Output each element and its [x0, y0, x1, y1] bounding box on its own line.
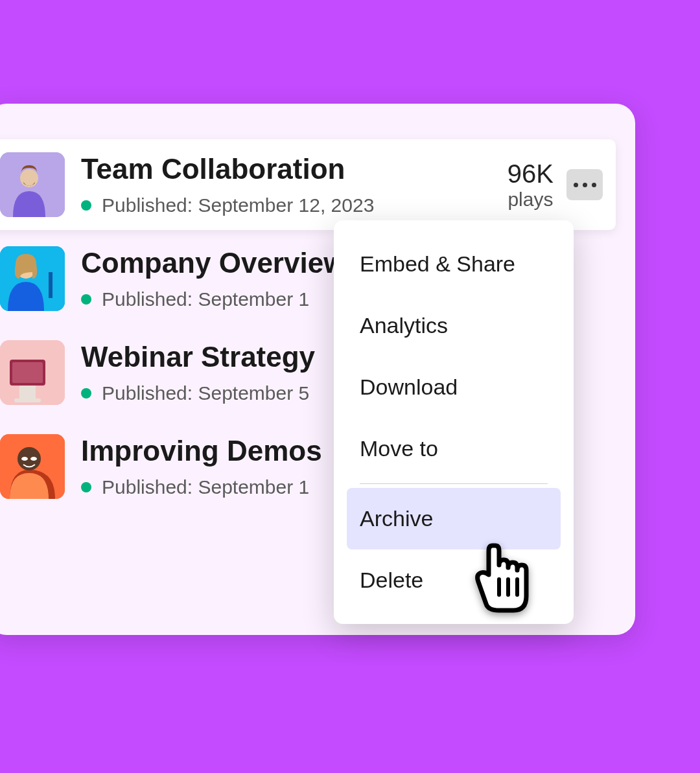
- video-thumbnail: [0, 152, 65, 217]
- menu-item-analytics[interactable]: Analytics: [347, 295, 561, 356]
- svg-rect-4: [49, 272, 52, 298]
- menu-item-move-to[interactable]: Move to: [347, 418, 561, 479]
- more-options-button[interactable]: [566, 169, 603, 200]
- menu-item-embed-share[interactable]: Embed & Share: [347, 233, 561, 295]
- svg-rect-7: [12, 362, 43, 383]
- pointer-cursor-icon: [467, 539, 538, 619]
- video-thumbnail: [0, 340, 65, 405]
- status-dot-icon: [81, 294, 91, 305]
- svg-point-13: [30, 457, 37, 461]
- video-meta: Team Collaboration Published: September …: [81, 153, 495, 216]
- status-date: September 12, 2023: [198, 194, 374, 216]
- plays-value: 96K: [508, 159, 554, 189]
- status-prefix: Published:: [102, 382, 192, 404]
- status-dot-icon: [81, 200, 91, 211]
- status-dot-icon: [81, 482, 91, 492]
- status-dot-icon: [81, 388, 91, 398]
- video-status: Published: September 12, 2023: [81, 194, 495, 216]
- video-thumbnail: [0, 246, 65, 311]
- video-title: Team Collaboration: [81, 153, 495, 185]
- status-date: September 5: [198, 382, 309, 404]
- plays-label: plays: [508, 189, 554, 211]
- status-prefix: Published:: [102, 288, 192, 310]
- status-prefix: Published:: [102, 194, 192, 216]
- status-prefix: Published:: [102, 476, 192, 498]
- video-item[interactable]: Team Collaboration Published: September …: [0, 139, 616, 230]
- svg-point-1: [20, 169, 38, 187]
- ellipsis-icon: [574, 183, 596, 187]
- status-date: September 1: [198, 476, 309, 498]
- svg-rect-9: [14, 398, 41, 402]
- menu-divider: [360, 483, 548, 484]
- video-thumbnail: [0, 434, 65, 499]
- menu-item-download[interactable]: Download: [347, 356, 561, 418]
- status-date: September 1: [198, 288, 309, 310]
- svg-rect-8: [19, 386, 36, 398]
- play-count: 96K plays: [508, 159, 554, 211]
- svg-point-12: [21, 457, 28, 461]
